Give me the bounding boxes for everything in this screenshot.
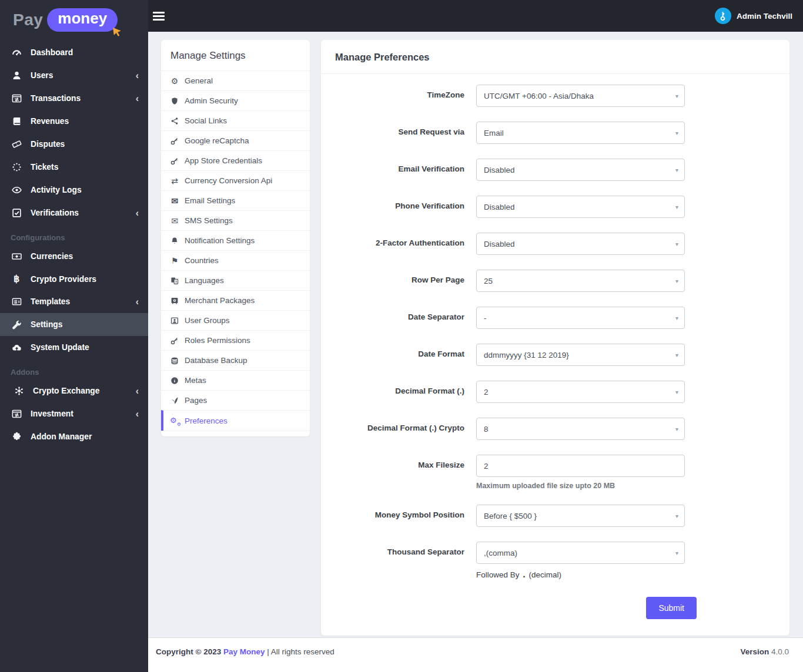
sidebar-item-transactions[interactable]: Transactions‹ xyxy=(0,87,148,110)
sidebar-item-investment[interactable]: Investment‹ xyxy=(0,402,148,425)
menu-toggle-button[interactable] xyxy=(153,9,165,23)
sidebar-item-label: Investment xyxy=(31,409,73,418)
max-filesize-input[interactable] xyxy=(476,455,685,477)
sidebar-item-tickets[interactable]: Tickets xyxy=(0,156,148,179)
user-menu[interactable]: Admin Techvill xyxy=(715,8,792,24)
sidebar-item-label: Settings xyxy=(31,320,62,329)
check-square-icon xyxy=(11,208,22,218)
settings-nav-item-currency-conversion-api[interactable]: ⇄Currency Conversion Api xyxy=(161,170,310,190)
form-row-money-symbol-position: Money Symbol PositionBefore { $500 }▾ xyxy=(321,505,789,527)
sidebar-item-templates[interactable]: Templates‹ xyxy=(0,290,148,313)
exchange-icon: ⇄ xyxy=(169,177,180,185)
settings-nav-item-preferences[interactable]: ⚙⚙Preferences xyxy=(161,410,310,431)
sidebar-item-crypto-exchange[interactable]: Crypto Exchange‹ xyxy=(0,379,148,402)
2-factor-authentication-select[interactable]: Disabled▾ xyxy=(476,233,685,255)
date-separator-select[interactable]: -▾ xyxy=(476,307,685,329)
settings-nav-item-general[interactable]: ⚙General xyxy=(161,70,310,90)
field-label: Decimal Format (.) xyxy=(321,381,476,403)
settings-nav-item-google-recaptcha[interactable]: Google reCaptcha xyxy=(161,130,310,150)
money-symbol-position-select[interactable]: Before { $500 }▾ xyxy=(476,505,685,527)
settings-nav-item-label: Google reCaptcha xyxy=(185,136,249,145)
version-label: Version xyxy=(740,647,769,656)
field-control: Maximum uploaded file size upto 20 MB xyxy=(476,455,685,490)
sidebar-section-addons: Addons xyxy=(0,359,148,379)
email-verification-select[interactable]: Disabled▾ xyxy=(476,159,685,181)
selected-value: Email xyxy=(484,129,504,137)
settings-nav-item-label: Countries xyxy=(185,256,219,265)
form-row-thousand-separator: Thousand Separator,(comma)▾Followed By .… xyxy=(321,542,789,580)
settings-nav-item-metas[interactable]: Metas xyxy=(161,370,310,390)
settings-nav-item-merchant-packages[interactable]: Merchant Packages xyxy=(161,290,310,310)
phone-verification-select[interactable]: Disabled▾ xyxy=(476,196,685,218)
caret-down-icon: ▾ xyxy=(675,352,678,358)
settings-nav-item-user-groups[interactable]: User Groups xyxy=(161,310,310,330)
sidebar-item-activity-logs[interactable]: Activity Logs xyxy=(0,179,148,201)
preferences-form: TimeZoneUTC/GMT +06:00 - Asia/Dhaka▾Send… xyxy=(321,74,789,580)
sidebar-item-label: Revenues xyxy=(31,117,69,126)
logo[interactable]: Pay money xyxy=(0,0,148,39)
decimal-format-select[interactable]: 2▾ xyxy=(476,381,685,403)
sidebar-item-label: Transactions xyxy=(31,94,81,103)
submit-button[interactable]: Submit xyxy=(646,597,697,619)
language-icon xyxy=(169,277,180,285)
settings-nav-item-sms-settings[interactable]: ✉SMS Settings xyxy=(161,210,310,230)
settings-nav-item-countries[interactable]: ⚑Countries xyxy=(161,250,310,270)
sidebar-item-settings[interactable]: Settings xyxy=(0,313,148,336)
key-icon xyxy=(717,9,729,22)
sidebar-item-users[interactable]: Users‹ xyxy=(0,64,148,87)
settings-nav-item-label: General xyxy=(185,76,213,85)
sidebar-item-label: Templates xyxy=(31,297,70,306)
settings-nav-item-social-links[interactable]: Social Links xyxy=(161,110,310,130)
version-value: 4.0.0 xyxy=(771,647,789,656)
form-row-email-verification: Email VerificationDisabled▾ xyxy=(321,159,789,181)
thousand-separator-select[interactable]: ,(comma)▾ xyxy=(476,542,685,564)
settings-nav-item-app-store-credentials[interactable]: App Store Credentials xyxy=(161,150,310,170)
field-label: Date Format xyxy=(321,344,476,366)
sidebar-item-verifications[interactable]: Verifications‹ xyxy=(0,201,148,224)
bell-icon xyxy=(169,237,180,245)
sidebar-item-currencies[interactable]: Currencies xyxy=(0,245,148,268)
settings-nav-item-pages[interactable]: Pages xyxy=(161,390,310,410)
field-control: -▾ xyxy=(476,307,685,329)
sidebar-item-system-update[interactable]: System Update xyxy=(0,336,148,359)
field-label: Thousand Separator xyxy=(321,542,476,580)
logo-pill: money xyxy=(47,8,118,32)
topbar: Admin Techvill xyxy=(148,0,803,32)
caret-down-icon: ▾ xyxy=(675,93,678,99)
settings-nav-item-email-settings[interactable]: ✉Email Settings xyxy=(161,190,310,210)
logo-text-money: money xyxy=(58,9,107,27)
settings-nav-item-admin-security[interactable]: Admin Security xyxy=(161,90,310,110)
send-request-via-select[interactable]: Email▾ xyxy=(476,122,685,144)
sidebar-item-revenues[interactable]: Revenues xyxy=(0,110,148,133)
sidebar-item-addon-manager[interactable]: Addon Manager xyxy=(0,425,148,448)
date-format-select[interactable]: ddmmyyyy {31 12 2019}▾ xyxy=(476,344,685,366)
decimal-format-crypto-select[interactable]: 8▾ xyxy=(476,418,685,440)
settings-nav-item-languages[interactable]: Languages xyxy=(161,270,310,290)
sidebar-item-label: Disputes xyxy=(31,140,65,149)
settings-nav-item-label: Preferences xyxy=(185,416,227,425)
newspaper-icon xyxy=(11,297,22,307)
copyright-text: Copyright © 2023 Pay Money | All rights … xyxy=(156,647,334,672)
sidebar: Pay money DashboardUsers‹Transactions‹Re… xyxy=(0,0,148,672)
sidebar-item-label: Verifications xyxy=(31,209,79,217)
cogs-icon: ⚙⚙ xyxy=(169,416,180,425)
settings-nav-item-label: Merchant Packages xyxy=(185,296,255,305)
footer: Copyright © 2023 Pay Money | All rights … xyxy=(148,637,803,672)
key-icon xyxy=(169,137,180,145)
sidebar-item-crypto-providers[interactable]: ฿Crypto Providers xyxy=(0,268,148,290)
settings-nav-item-notification-settings[interactable]: Notification Settings xyxy=(161,230,310,250)
pay-money-link[interactable]: Pay Money xyxy=(223,647,265,656)
timezone-select[interactable]: UTC/GMT +06:00 - Asia/Dhaka▾ xyxy=(476,85,685,107)
sidebar-item-label: System Update xyxy=(31,343,89,352)
submit-row: Submit xyxy=(321,594,697,636)
manage-preferences-card: Manage Preferences TimeZoneUTC/GMT +06:0… xyxy=(321,40,789,636)
settings-nav-item-roles-permissions[interactable]: Roles Permissions xyxy=(161,330,310,350)
field-label: Send Request via xyxy=(321,122,476,144)
row-per-page-select[interactable]: 25▾ xyxy=(476,270,685,292)
sidebar-item-dashboard[interactable]: Dashboard xyxy=(0,41,148,64)
sidebar-item-disputes[interactable]: Disputes xyxy=(0,133,148,156)
caret-down-icon: ▾ xyxy=(675,426,678,432)
settings-nav-item-database-backup[interactable]: Database Backup xyxy=(161,350,310,370)
puzzle-icon xyxy=(11,432,22,442)
envelope-icon: ✉ xyxy=(169,197,180,205)
